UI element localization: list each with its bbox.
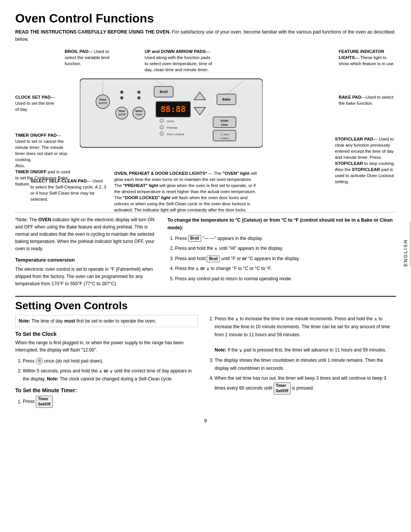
temp-change-title: To change the temperature to °C (Celsius… (167, 216, 396, 232)
svg-text:Clock: Clock (99, 98, 106, 101)
arrow-up-timer: ∧ (235, 316, 239, 322)
label-updown: UP and DOWN ARROW PADS— Used along with … (145, 48, 213, 73)
svg-text:Broil: Broil (160, 90, 168, 94)
timer-step-1: Press TimerSet/Off . (23, 396, 198, 408)
arrow-up-icon: ∧ (214, 246, 218, 251)
label-feature: FEATURE INDICATOR LIGHTS— These light to… (339, 48, 396, 67)
clock-btn-icon: ☉ (36, 358, 43, 364)
label-bake: BAKE PAD—Used to select the bake functio… (339, 94, 396, 106)
intro-text: READ THE INSTRUCTIONS CAREFULLY BEFORE U… (15, 29, 396, 43)
svg-point-16 (160, 125, 164, 129)
col-left: Note: The time of day must first be set … (15, 315, 198, 410)
step-item: Press any control pad to return to norma… (175, 275, 396, 283)
svg-text:88:88: 88:88 (161, 104, 186, 114)
notes-section: *Note: The OVEN indicator light on the e… (15, 216, 396, 291)
temp-conversion-body: The electronic oven control is set to op… (15, 266, 160, 288)
side-label: ENGLISH (403, 221, 411, 267)
timer-step-4: When the set time has run out, the timer… (215, 374, 396, 394)
svg-point-33 (137, 96, 140, 99)
label-stop: STOP/CLEAR PAD— Used to clear any functi… (335, 136, 396, 185)
label-ovendoor: OVEN, PREHEAT & DOOR LOCKED LIGHTS* — Th… (114, 170, 259, 213)
clock-body: When the range is first plugged in, or w… (15, 339, 198, 354)
temp-conversion: Temperature conversion The electronic ov… (15, 256, 160, 288)
svg-text:Set/Off: Set/Off (99, 102, 107, 104)
timer-step-3: The display shows the timer countdown in… (215, 356, 396, 372)
svg-text:Preheat: Preheat (167, 126, 178, 129)
svg-point-31 (137, 91, 140, 94)
temp-conversion-title: Temperature conversion (15, 256, 160, 264)
arrow-up-icon2: ∧ (196, 266, 199, 272)
svg-point-30 (120, 91, 123, 94)
oven-note-box: Note: The time of day must first be set … (15, 315, 198, 327)
svg-point-14 (160, 119, 164, 123)
diagram-container: BROIL PAD— Used to select the variable b… (15, 48, 396, 208)
svg-text:Oven: Oven (167, 120, 174, 123)
col-right: Press the ∧ to increase the time in one … (207, 315, 396, 410)
step-item: Press and hold the ∧ until "HI" appears … (175, 244, 396, 252)
svg-text:🔒 Oven: 🔒 Oven (220, 133, 229, 136)
clock-step-2: Within 5 seconds, press and hold the ∧ o… (23, 367, 198, 383)
broil-btn-icon2: Broil (207, 256, 220, 262)
setting-title: Setting Oven Controls (15, 300, 396, 312)
clock-steps: Press ☉ once (do not hold pad down). Wit… (15, 357, 198, 383)
timer-step-2: Press the ∧ to increase the time in one … (215, 315, 396, 354)
arrow-down-clock: ∨ (110, 369, 113, 374)
temp-steps: Press Broil "— —" appears in the display… (167, 235, 396, 283)
timer-btn-icon2: TimerSet/Off (274, 382, 291, 395)
svg-text:Lockout: Lockout (220, 137, 228, 139)
label-broil: BROIL PAD— Used to select the variable b… (65, 48, 110, 67)
svg-text:Set/Off: Set/Off (118, 113, 126, 116)
step-item: Press Broil "— —" appears in the display… (175, 235, 396, 242)
timer-btn-icon: TimerSet/Off (36, 396, 53, 408)
section-divider (15, 296, 396, 297)
page-title: Oven Control Functions (15, 11, 396, 26)
svg-point-18 (160, 132, 164, 136)
notes-left: *Note: The OVEN indicator light on the e… (15, 216, 160, 291)
setting-two-col: Note: The time of day must first be set … (15, 315, 396, 410)
oven-panel-svg: Clock Set/Off Timer Set/Off Select Clean… (80, 71, 263, 155)
broil-btn-icon: Broil (188, 235, 201, 242)
svg-text:Clean: Clean (136, 113, 142, 116)
svg-point-32 (120, 96, 123, 99)
svg-text:Select: Select (135, 110, 143, 112)
label-clock: CLOCK SET PAD— Used to set the time of d… (15, 94, 59, 112)
svg-text:Door Locked: Door Locked (167, 133, 184, 136)
arrow-up-clock: ∧ (99, 369, 102, 374)
arrow-down-icon: ∨ (206, 266, 210, 272)
notes-right: To change the temperature to °C (Celsius… (167, 216, 396, 291)
clock-title: To Set the Clock (15, 331, 198, 337)
svg-text:Clear: Clear (221, 123, 228, 126)
step-item: Press the ∧ or ∨ to change °F to °C or °… (175, 265, 396, 273)
timer-steps-right: Press the ∧ to increase the time in one … (207, 315, 396, 394)
svg-text:Bake: Bake (222, 97, 231, 101)
step-item: Press and hold Broil until °F or or °C a… (175, 255, 396, 262)
page-number: 9 (15, 418, 396, 423)
label-selfclean: SELECT SELF-CLEAN PAD— Used to select th… (30, 178, 107, 202)
arrow-down-timer: ∨ (239, 348, 242, 353)
oven-note: *Note: The OVEN indicator light on the e… (15, 216, 160, 253)
timer-title: To Set the Minute Timer: (15, 387, 198, 393)
clock-step-1: Press ☉ once (do not hold pad down). (23, 357, 198, 365)
arrow-up-timer2: ∧ (374, 316, 378, 322)
timer-steps-left: Press TimerSet/Off . (15, 396, 198, 408)
svg-text:Timer: Timer (118, 110, 125, 112)
svg-text:STOP/: STOP/ (221, 120, 229, 122)
